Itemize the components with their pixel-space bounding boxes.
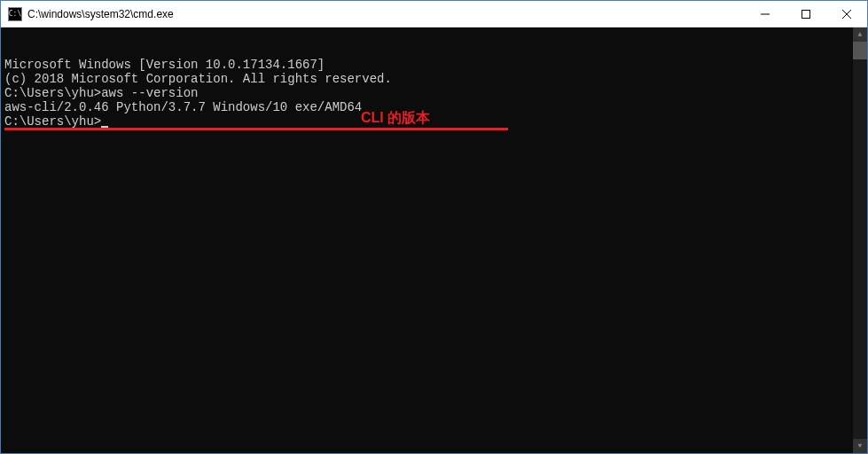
terminal-line: Microsoft Windows [Version 10.0.17134.16… [4,58,867,72]
terminal-output-line: aws-cli/2.0.46 Python/3.7.7 Windows/10 e… [4,100,867,114]
maximize-button[interactable] [786,1,826,27]
cmd-icon: C:\ [8,7,22,21]
svg-rect-1 [802,10,810,18]
scrollbar-track[interactable] [853,42,867,439]
minimize-icon [761,10,770,19]
close-icon [842,10,851,19]
maximize-icon [802,10,810,19]
titlebar[interactable]: C:\ C:\windows\system32\cmd.exe [1,1,867,27]
window-controls [745,1,867,27]
scrollbar[interactable]: ▲ ▼ [853,27,867,453]
chevron-up-icon: ▲ [858,27,863,42]
cmd-window: C:\ C:\windows\system32\cmd.exe Microsof… [0,0,868,454]
window-title: C:\windows\system32\cmd.exe [27,8,745,20]
chevron-down-icon: ▼ [858,439,863,453]
scroll-down-button[interactable]: ▼ [853,439,867,453]
close-button[interactable] [826,1,867,27]
cmd-icon-text: C:\ [9,11,21,18]
prompt-text: C:\Users\yhu> [4,114,101,129]
annotation-label: CLI 的版本 [361,111,430,125]
scrollbar-thumb[interactable] [853,42,867,59]
terminal-content: Microsoft Windows [Version 10.0.17134.16… [4,58,867,185]
terminal-prompt-line: C:\Users\yhu> [4,114,867,129]
annotation-underline [4,128,508,130]
minimize-button[interactable] [745,1,786,27]
terminal-prompt-line: C:\Users\yhu>aws --version [4,86,867,100]
scroll-up-button[interactable]: ▲ [853,27,867,42]
terminal-area[interactable]: Microsoft Windows [Version 10.0.17134.16… [1,27,867,453]
terminal-line: (c) 2018 Microsoft Corporation. All righ… [4,72,867,86]
